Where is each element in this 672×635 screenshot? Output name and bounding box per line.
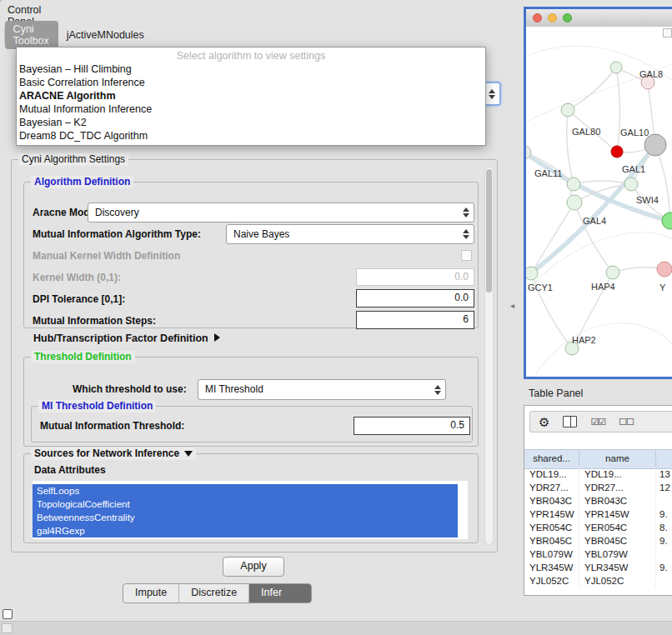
combo-stepper-icon	[434, 385, 441, 395]
network-node-label: GAL1	[622, 164, 645, 174]
dpi-tolerance-field[interactable]: 0.0	[356, 289, 474, 308]
birdseye-toggle-icon[interactable]	[663, 28, 672, 38]
network-node-gal4[interactable]	[567, 195, 582, 210]
network-node-gal11[interactable]	[567, 178, 580, 191]
gear-icon[interactable]: ⚙	[539, 416, 549, 428]
bottom-tab-discretize-data[interactable]: Discretize Data	[179, 584, 249, 602]
apply-button[interactable]: Apply	[223, 557, 284, 577]
table-cell: YDL19...	[579, 468, 656, 481]
mi-type-label: Mutual Information Algorithm Type:	[33, 228, 201, 240]
attribute-item-betweennesscentrality[interactable]: BetweennessCentrality	[33, 511, 458, 524]
table-row[interactable]: YJL052CYJL052C	[524, 574, 672, 588]
network-node-hap4[interactable]	[606, 266, 619, 279]
attribute-item-gal4rgexp[interactable]: gal4RGexp	[33, 524, 458, 538]
combo-stepper-icon	[463, 208, 469, 218]
algorithm-option-bayesian-hill-climbing[interactable]: Bayesian – Hill Climbing	[17, 62, 485, 76]
algorithm-option-aracne-algorithm[interactable]: ARACNE Algorithm	[17, 89, 485, 102]
network-node-item[interactable]	[610, 62, 622, 73]
aracne-mode-combo[interactable]: Discovery	[88, 202, 474, 222]
tab-cyni-toolbox[interactable]: Cyni Toolbox	[5, 21, 58, 49]
hub-tf-definition-toggle[interactable]: Hub/Transcription Factor Definition	[33, 332, 220, 344]
mi-threshold-field[interactable]: 0.5	[354, 417, 470, 435]
network-node-gal80[interactable]	[561, 103, 574, 117]
network-edge[interactable]	[531, 202, 574, 273]
which-threshold-value: MI Threshold	[205, 383, 263, 395]
algorithm-placeholder: Select algorithm to view settings	[17, 49, 485, 62]
mi-threshold-label: Mutual Information Threshold:	[40, 420, 184, 432]
manual-kernel-checkbox[interactable]	[461, 250, 472, 261]
control-panel-window: Control Panel ❐ ✕ NetworkStyleSelectCyni…	[0, 0, 2, 2]
minimize-button[interactable]	[548, 13, 557, 22]
sources-group: Sources for Network Inference Data Attri…	[23, 453, 479, 543]
network-edge[interactable]	[655, 145, 670, 221]
bottom-tab-infer-network[interactable]: Infer Network	[249, 584, 311, 602]
splitter-collapse-icon[interactable]: ◂	[510, 301, 514, 310]
select-all-icon[interactable]: ☑☑	[590, 417, 605, 428]
background-arc	[534, 323, 672, 377]
mi-threshold-group: MI Threshold Definition Mutual Informati…	[31, 406, 473, 442]
table-row[interactable]: YER054CYER054C8.	[524, 521, 672, 534]
collapse-arrow-icon	[184, 451, 193, 457]
mi-steps-label: Mutual Information Steps:	[33, 315, 156, 327]
network-window-titlebar[interactable]	[526, 9, 672, 28]
which-threshold-combo[interactable]: MI Threshold	[198, 379, 446, 400]
algorithm-option-basic-correlation-inference[interactable]: Basic Correlation Inference	[17, 76, 485, 89]
table-panel-title: Table Panel	[529, 388, 583, 399]
table-cell: 8.	[656, 521, 672, 534]
attribute-item-selfloops[interactable]: SelfLoops	[33, 484, 458, 498]
tab-select[interactable]: Select	[0, 27, 5, 43]
kernel-width-label: Kernel Width (0,1):	[33, 272, 121, 283]
kernel-width-field[interactable]: 0.0	[356, 268, 474, 286]
network-node-swi4[interactable]	[662, 212, 672, 229]
sources-group-title[interactable]: Sources for Network Inference	[31, 448, 196, 460]
algorithm-definition-title: Algorithm Definition	[31, 176, 133, 188]
algorithm-option-mutual-information-inference[interactable]: Mutual Information Inference	[17, 102, 485, 116]
mi-type-combo[interactable]: Naive Bayes	[226, 224, 474, 244]
scrollbar-thumb[interactable]	[486, 169, 492, 292]
network-node-label: HAP2	[572, 335, 596, 345]
network-node-gcy1[interactable]	[526, 267, 538, 280]
table-cell: YDR27...	[579, 481, 656, 494]
mi-type-value: Naive Bayes	[233, 228, 289, 240]
network-edge[interactable]	[567, 110, 574, 184]
close-button[interactable]	[533, 13, 542, 22]
network-edge[interactable]	[616, 68, 620, 152]
table-cell: YBR045C	[524, 534, 579, 548]
network-node-label: GCY1	[528, 282, 553, 292]
network-node-label: Y	[659, 282, 666, 292]
data-attributes-list: SelfLoopsTopologicalCoefficientBetweenne…	[33, 481, 468, 539]
network-node-label: GAL4	[583, 216, 606, 226]
network-node-label: HAP4	[591, 282, 615, 292]
table-row[interactable]: YBR043CYBR043C	[524, 494, 672, 508]
table-cell: 9.	[656, 534, 672, 548]
strip-box-icon[interactable]	[2, 623, 13, 633]
network-node-gal10[interactable]	[611, 146, 623, 158]
algorithm-option-bayesian-k2[interactable]: Bayesian – K2	[17, 116, 485, 129]
tab-jactivemnodules[interactable]: jActiveMNodules	[58, 27, 153, 43]
deselect-all-icon[interactable]: ☐☐	[619, 417, 634, 428]
network-node-y[interactable]	[657, 262, 672, 277]
table-row[interactable]: YDL19...YDL19...13	[524, 468, 672, 481]
table-row[interactable]: YLR345WYLR345W9.	[524, 561, 672, 574]
bottom-tab-impute-data[interactable]: Impute Data	[123, 584, 179, 602]
algorithm-option-dream8-dc-tdc-algorithm[interactable]: Dream8 DC_TDC Algorithm	[17, 129, 485, 142]
table-cell: 13	[656, 468, 672, 481]
panel-toggle-icon[interactable]	[3, 609, 13, 619]
settings-scrollbar[interactable]	[484, 167, 494, 545]
table-cell: 9.	[656, 508, 672, 521]
mi-steps-field[interactable]: 6	[356, 311, 474, 329]
column-header-item[interactable]	[656, 450, 672, 468]
table-row[interactable]: YPR145WYPR145W9.	[524, 508, 672, 521]
table-cell: YER054C	[579, 521, 656, 534]
network-node-item[interactable]	[624, 178, 638, 191]
table-row[interactable]: YBL079WYBL079W	[524, 548, 672, 561]
column-chooser-icon[interactable]	[563, 416, 577, 428]
network-canvas[interactable]: GAL80GAL8GAL10GAL1GAL11SWI4GAL4GCY1HAP4Y…	[526, 27, 672, 377]
table-row[interactable]: YDR27...YDR27...12	[524, 481, 672, 494]
algorithm-dropdown-popup: Select algorithm to view settings Bayesi…	[16, 47, 486, 146]
attribute-item-topologicalcoefficient[interactable]: TopologicalCoefficient	[33, 498, 458, 511]
zoom-button[interactable]	[563, 13, 572, 22]
table-row[interactable]: YBR045CYBR045C9.	[524, 534, 672, 548]
column-header-name[interactable]: name	[579, 450, 656, 468]
column-header-shared[interactable]: shared...	[524, 450, 579, 468]
